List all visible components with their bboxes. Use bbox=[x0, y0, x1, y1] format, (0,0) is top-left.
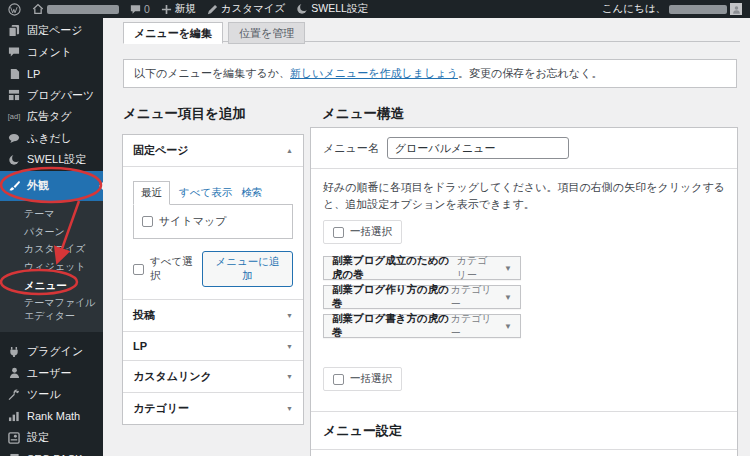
wrench-icon bbox=[7, 389, 21, 401]
checkbox[interactable] bbox=[142, 216, 153, 227]
menu-name-input[interactable] bbox=[387, 137, 569, 159]
site-home-link[interactable] bbox=[32, 3, 119, 15]
wordpress-admin-page: 0 新規 カスタマイズ SWELL設定 bbox=[0, 0, 750, 456]
page-item-sitemap[interactable]: サイトマップ bbox=[142, 214, 284, 229]
filter-tab-recent[interactable]: 最近 bbox=[133, 181, 170, 205]
save-row: メニューを保存 メニューを削除 bbox=[311, 449, 737, 456]
checkbox[interactable] bbox=[333, 374, 344, 385]
chevron-down-icon[interactable]: ▼ bbox=[504, 264, 512, 273]
home-icon bbox=[32, 3, 44, 15]
menu-item-row[interactable]: 副業ブログ成立のための虎の巻 カテゴリー ▼ bbox=[323, 256, 521, 280]
submenu-item-themes[interactable]: テーマ bbox=[0, 206, 103, 224]
sidebar-item-comments[interactable]: コメント bbox=[0, 42, 103, 64]
add-menu-items-title: メニュー項目を追加 bbox=[123, 105, 246, 123]
pages-icon bbox=[7, 24, 21, 37]
menu-name-row: メニュー名 bbox=[311, 128, 737, 169]
menu-items-list: 副業ブログ成立のための虎の巻 カテゴリー ▼ 副業ブログ作り方の虎の巻 カテゴリ… bbox=[323, 256, 521, 338]
sidebar-item-blogparts[interactable]: ブログパーツ bbox=[0, 85, 103, 107]
admin-sidebar: 固定ページ コメント LP ブログパーツ [ad] 広告タグ ふきだし SWEL… bbox=[0, 18, 103, 456]
wordpress-logo-icon[interactable] bbox=[8, 3, 21, 16]
sidebar-item-seo-pack[interactable]: SEO PACK bbox=[0, 448, 103, 456]
pages-filter-tabs: 最近 すべて表示 検索 bbox=[133, 181, 293, 204]
chevron-down-icon: ▼ bbox=[286, 312, 293, 319]
admin-bar-right: こんにちは、 bbox=[602, 2, 742, 16]
document-icon bbox=[7, 68, 21, 80]
tab-edit-menus[interactable]: メニューを編集 bbox=[123, 22, 223, 44]
sidebar-item-lp[interactable]: LP bbox=[0, 63, 103, 85]
swell-crescent-icon bbox=[296, 3, 308, 15]
comment-bubble-icon bbox=[130, 4, 141, 15]
chevron-up-icon: ▲ bbox=[286, 147, 293, 154]
submenu-item-patterns[interactable]: パターン bbox=[0, 223, 103, 241]
checkbox[interactable] bbox=[333, 227, 344, 238]
sidebar-item-rank-math[interactable]: Rank Math bbox=[0, 405, 103, 427]
pages-checklist: サイトマップ bbox=[133, 204, 293, 239]
tab-manage-locations[interactable]: 位置を管理 bbox=[228, 22, 305, 44]
submenu-item-menus[interactable]: メニュー bbox=[0, 276, 103, 294]
sidebar-item-swell-settings[interactable]: SWELL設定 bbox=[0, 149, 103, 171]
accordion-categories[interactable]: カテゴリー ▼ bbox=[123, 392, 303, 424]
filter-tab-search[interactable]: 検索 bbox=[241, 182, 262, 204]
pencil-icon bbox=[207, 4, 218, 15]
customize-link[interactable]: カスタマイズ bbox=[207, 2, 285, 16]
plus-icon bbox=[161, 4, 172, 15]
edit-menus-notice: 以下のメニューを編集するか、新しいメニューを作成しましょう。変更の保存をお忘れな… bbox=[123, 59, 737, 88]
admin-bar: 0 新規 カスタマイズ SWELL設定 bbox=[0, 0, 750, 18]
menu-item-row[interactable]: 副業ブログ作り方の虎の巻 カテゴリー ▼ bbox=[323, 285, 521, 309]
bulk-select-bottom[interactable]: 一括選択 bbox=[323, 367, 402, 391]
admin-bar-left: 0 新規 カスタマイズ SWELL設定 bbox=[8, 2, 368, 16]
site-name-redacted bbox=[47, 5, 119, 14]
chevron-down-icon: ▼ bbox=[286, 343, 293, 350]
submenu-item-widgets[interactable]: ウィジェット bbox=[0, 259, 103, 277]
item-type-label: カテゴリー bbox=[457, 254, 497, 282]
bulk-select-top[interactable]: 一括選択 bbox=[323, 220, 402, 244]
add-menu-items-panel: 固定ページ ▲ 最近 すべて表示 検索 サイトマップ bbox=[122, 134, 304, 425]
plugin-icon bbox=[7, 346, 21, 358]
greeting-text: こんにちは、 bbox=[602, 2, 666, 16]
item-type-label: カテゴリー bbox=[451, 312, 497, 340]
new-content-button[interactable]: 新規 bbox=[161, 2, 196, 16]
create-new-menu-link[interactable]: 新しいメニューを作成しましょう bbox=[290, 67, 458, 79]
swell-settings-link[interactable]: SWELL設定 bbox=[296, 2, 368, 16]
swell-crescent-icon bbox=[7, 154, 21, 166]
menu-structure-title: メニュー構造 bbox=[322, 105, 404, 123]
main-content: メニューを編集 位置を管理 以下のメニューを編集するか、新しいメニューを作成しま… bbox=[103, 18, 750, 456]
sidebar-item-fukidashi[interactable]: ふきだし bbox=[0, 128, 103, 150]
sidebar-item-plugins[interactable]: プラグイン bbox=[0, 341, 103, 363]
settings-icon bbox=[7, 432, 21, 444]
menu-item-row[interactable]: 副業ブログ書き方の虎の巻 カテゴリー ▼ bbox=[323, 314, 521, 338]
chevron-down-icon[interactable]: ▼ bbox=[504, 322, 512, 331]
chevron-down-icon: ▼ bbox=[286, 373, 293, 380]
accordion-pages[interactable]: 固定ページ ▲ bbox=[123, 135, 303, 166]
appearance-submenu: テーマ パターン カスタマイズ ウィジェット メニュー テーマファイルエディター bbox=[0, 201, 103, 332]
submenu-item-theme-file-editor[interactable]: テーマファイルエディター bbox=[0, 295, 103, 325]
sidebar-item-settings[interactable]: 設定 bbox=[0, 427, 103, 449]
chart-bars-icon bbox=[7, 411, 21, 422]
sidebar-item-users[interactable]: ユーザー bbox=[0, 362, 103, 384]
drag-instructions: 好みの順番に各項目をドラッグしてください。項目の右側の矢印をクリックすると、追加… bbox=[323, 179, 725, 212]
sidebar-item-pages[interactable]: 固定ページ bbox=[0, 20, 103, 42]
pages-accordion-body: 最近 すべて表示 検索 サイトマップ すべて選択 メニューに追加 bbox=[123, 166, 303, 299]
add-to-menu-button[interactable]: メニューに追加 bbox=[202, 251, 293, 287]
sidebar-item-appearance[interactable]: 外観 bbox=[0, 171, 103, 201]
accordion-custom-links[interactable]: カスタムリンク ▼ bbox=[123, 360, 303, 392]
checkbox[interactable] bbox=[133, 264, 144, 275]
user-icon bbox=[7, 367, 21, 379]
accordion-posts[interactable]: 投稿 ▼ bbox=[123, 299, 303, 331]
menu-settings-title: メニュー設定 bbox=[311, 411, 737, 449]
chevron-down-icon: ▼ bbox=[286, 405, 293, 412]
speech-balloon-icon bbox=[7, 133, 21, 144]
comments-link[interactable]: 0 bbox=[130, 3, 150, 15]
filter-tab-view-all[interactable]: すべて表示 bbox=[179, 182, 232, 204]
item-type-label: カテゴリー bbox=[451, 283, 497, 311]
widget-grid-icon bbox=[7, 89, 21, 101]
accordion-lp[interactable]: LP ▼ bbox=[123, 331, 303, 360]
sidebar-item-tools[interactable]: ツール bbox=[0, 384, 103, 406]
sidebar-item-adtag[interactable]: [ad] 広告タグ bbox=[0, 106, 103, 128]
comment-count: 0 bbox=[144, 3, 150, 15]
menu-structure-body: 好みの順番に各項目をドラッグしてください。項目の右側の矢印をクリックすると、追加… bbox=[311, 169, 737, 411]
submenu-item-customize[interactable]: カスタマイズ bbox=[0, 241, 103, 259]
account-menu[interactable]: こんにちは、 bbox=[602, 2, 742, 16]
chevron-down-icon[interactable]: ▼ bbox=[504, 293, 512, 302]
select-all-control[interactable]: すべて選択 bbox=[133, 255, 202, 283]
